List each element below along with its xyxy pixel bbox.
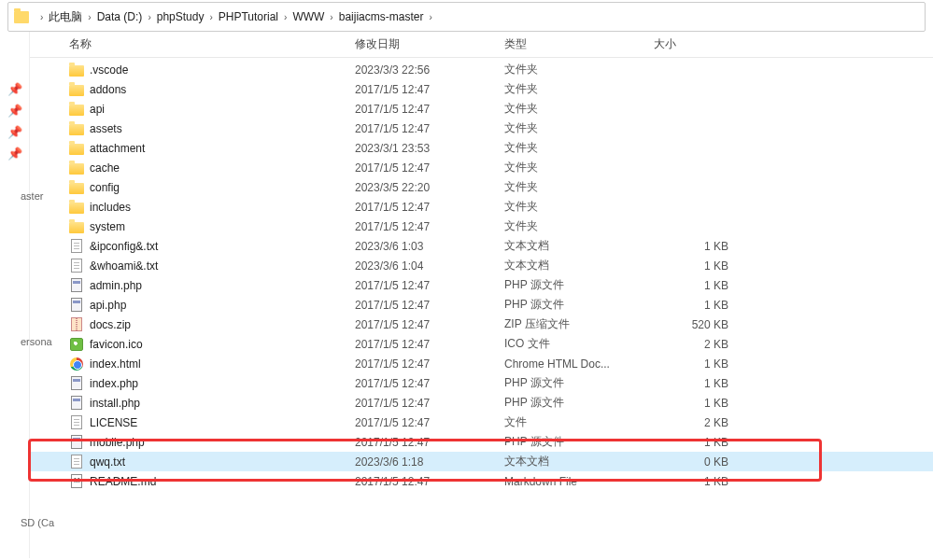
file-row[interactable]: index.php2017/1/5 12:47PHP 源文件1 KB bbox=[30, 373, 933, 393]
file-type: 文件夹 bbox=[504, 120, 654, 136]
text-icon bbox=[69, 259, 84, 273]
file-name: .vscode bbox=[90, 63, 355, 77]
file-row[interactable]: &ipconfig&.txt2023/3/6 1:03文本文档1 KB bbox=[30, 236, 933, 256]
file-name: addons bbox=[90, 83, 355, 96]
file-date: 2017/1/5 12:47 bbox=[355, 83, 504, 96]
file-type: PHP 源文件 bbox=[504, 375, 654, 391]
file-row[interactable]: README.md2017/1/5 12:47Markdown File1 KB bbox=[30, 471, 933, 491]
column-header-name[interactable]: 名称 bbox=[69, 36, 355, 52]
folder-icon bbox=[69, 82, 84, 97]
file-row[interactable]: qwq.txt2023/3/6 1:18文本文档0 KB bbox=[30, 452, 933, 471]
folder-row[interactable]: assets2017/1/5 12:47文件夹 bbox=[30, 119, 933, 138]
breadcrumb-item[interactable]: 此电脑 bbox=[49, 10, 82, 23]
file-date: 2017/1/5 12:47 bbox=[355, 416, 504, 429]
file-date: 2017/1/5 12:47 bbox=[355, 338, 504, 351]
breadcrumb-item[interactable]: Data (D:) bbox=[97, 10, 143, 23]
breadcrumb-separator-icon[interactable]: › bbox=[423, 12, 437, 22]
file-name: config bbox=[90, 181, 355, 194]
file-type: ICO 文件 bbox=[504, 336, 654, 352]
file-row[interactable]: index.html2017/1/5 12:47Chrome HTML Doc.… bbox=[30, 354, 933, 373]
file-size: 1 KB bbox=[654, 475, 747, 488]
php-icon bbox=[69, 376, 84, 391]
breadcrumb: ›此电脑›Data (D:)›phpStudy›PHPTutorial›WWW›… bbox=[35, 9, 438, 25]
pin-icon: 📌 bbox=[0, 78, 29, 100]
file-size: 1 KB bbox=[654, 279, 747, 292]
file-type: 文件夹 bbox=[504, 62, 654, 77]
file-name: system bbox=[90, 220, 355, 233]
column-header-type[interactable]: 类型 bbox=[504, 36, 654, 52]
folder-row[interactable]: system2017/1/5 12:47文件夹 bbox=[30, 217, 933, 236]
folder-icon bbox=[69, 180, 84, 195]
chrome-icon bbox=[69, 357, 84, 371]
file-name: index.php bbox=[90, 377, 355, 390]
pin-icon: 📌 bbox=[0, 143, 29, 164]
file-row[interactable]: mobile.php2017/1/5 12:47PHP 源文件1 KB bbox=[30, 432, 933, 452]
folder-row[interactable]: .vscode2023/3/3 22:56文件夹 bbox=[30, 60, 933, 79]
file-name: favicon.ico bbox=[90, 338, 355, 351]
file-type: 文件夹 bbox=[504, 81, 654, 97]
file-type: Chrome HTML Doc... bbox=[504, 357, 654, 371]
breadcrumb-item[interactable]: baijiacms-master bbox=[339, 10, 424, 23]
address-bar[interactable]: ›此电脑›Data (D:)›phpStudy›PHPTutorial›WWW›… bbox=[7, 2, 926, 32]
file-type: 文件夹 bbox=[504, 101, 654, 117]
file-row[interactable]: api.php2017/1/5 12:47PHP 源文件1 KB bbox=[30, 295, 933, 315]
file-date: 2017/1/5 12:47 bbox=[355, 220, 504, 233]
file-row[interactable]: favicon.ico2017/1/5 12:47ICO 文件2 KB bbox=[30, 334, 933, 354]
file-date: 2023/3/6 1:18 bbox=[355, 455, 504, 469]
folder-row[interactable]: attachment2023/3/1 23:53文件夹 bbox=[30, 138, 933, 158]
file-size: 1 KB bbox=[654, 377, 747, 390]
file-type: 文件夹 bbox=[504, 179, 654, 195]
file-name: qwq.txt bbox=[90, 455, 355, 469]
file-date: 2017/1/5 12:47 bbox=[355, 122, 504, 135]
breadcrumb-separator-icon[interactable]: › bbox=[35, 12, 49, 22]
breadcrumb-separator-icon[interactable]: › bbox=[324, 12, 338, 22]
file-row[interactable]: LICENSE2017/1/5 12:47文件2 KB bbox=[30, 413, 933, 432]
breadcrumb-separator-icon[interactable]: › bbox=[82, 12, 96, 22]
zip-icon bbox=[69, 317, 84, 332]
file-date: 2017/1/5 12:47 bbox=[355, 318, 504, 331]
file-name: &whoami&.txt bbox=[90, 259, 355, 273]
php-icon bbox=[69, 396, 84, 411]
quick-access-sidebar: 📌 📌 📌 📌 bbox=[0, 32, 30, 558]
breadcrumb-item[interactable]: WWW bbox=[292, 10, 324, 23]
pin-icon: 📌 bbox=[0, 100, 29, 121]
file-date: 2017/1/5 12:47 bbox=[355, 436, 504, 449]
file-type: Markdown File bbox=[504, 475, 654, 488]
folder-icon bbox=[69, 121, 84, 136]
file-type: ZIP 压缩文件 bbox=[504, 316, 654, 332]
file-date: 2023/3/3 22:56 bbox=[355, 63, 504, 77]
column-header-date[interactable]: 修改日期 bbox=[355, 36, 504, 52]
file-row[interactable]: install.php2017/1/5 12:47PHP 源文件1 KB bbox=[30, 393, 933, 413]
file-row[interactable]: admin.php2017/1/5 12:47PHP 源文件1 KB bbox=[30, 275, 933, 295]
folder-icon bbox=[69, 219, 84, 234]
breadcrumb-item[interactable]: PHPTutorial bbox=[219, 10, 278, 23]
file-row[interactable]: &whoami&.txt2023/3/6 1:04文本文档1 KB bbox=[30, 256, 933, 275]
folder-row[interactable]: includes2017/1/5 12:47文件夹 bbox=[30, 197, 933, 217]
file-date: 2017/1/5 12:47 bbox=[355, 299, 504, 312]
file-name: index.html bbox=[90, 357, 355, 371]
file-type: PHP 源文件 bbox=[504, 395, 654, 411]
file-size: 2 KB bbox=[654, 416, 747, 429]
file-type: 文件 bbox=[504, 414, 654, 430]
file-name: api bbox=[90, 103, 355, 116]
file-size: 1 KB bbox=[654, 357, 747, 371]
breadcrumb-separator-icon[interactable]: › bbox=[142, 12, 156, 22]
folder-row[interactable]: api2017/1/5 12:47文件夹 bbox=[30, 99, 933, 119]
file-name: attachment bbox=[90, 142, 355, 155]
folder-row[interactable]: addons2017/1/5 12:47文件夹 bbox=[30, 79, 933, 99]
column-header-size[interactable]: 大小 bbox=[654, 36, 747, 52]
file-row[interactable]: docs.zip2017/1/5 12:47ZIP 压缩文件520 KB bbox=[30, 315, 933, 334]
breadcrumb-item[interactable]: phpStudy bbox=[157, 10, 205, 23]
breadcrumb-separator-icon[interactable]: › bbox=[278, 12, 292, 22]
file-name: assets bbox=[90, 122, 355, 135]
text-icon bbox=[69, 239, 84, 254]
folder-row[interactable]: config2023/3/5 22:20文件夹 bbox=[30, 177, 933, 197]
file-type: 文件夹 bbox=[504, 160, 654, 175]
file-date: 2017/1/5 12:47 bbox=[355, 357, 504, 371]
file-date: 2023/3/5 22:20 bbox=[355, 181, 504, 194]
breadcrumb-separator-icon[interactable]: › bbox=[204, 12, 218, 22]
file-date: 2023/3/6 1:04 bbox=[355, 259, 504, 273]
file-name: includes bbox=[90, 201, 355, 214]
folder-row[interactable]: cache2017/1/5 12:47文件夹 bbox=[30, 158, 933, 177]
file-type: PHP 源文件 bbox=[504, 434, 654, 450]
